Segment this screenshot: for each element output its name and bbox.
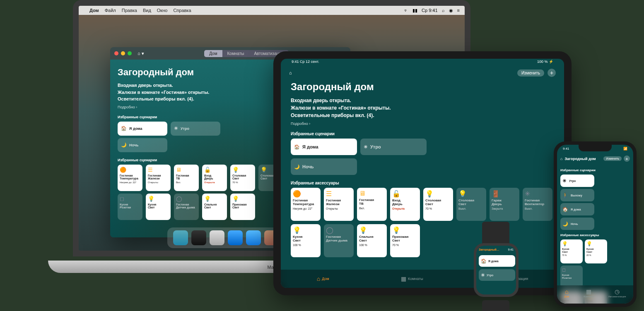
garage-icon: 🚪 [492, 190, 517, 198]
close-traffic-light[interactable] [114, 51, 118, 55]
acc-kitchen-light-20[interactable]: 💡КухняСвет20 % [585, 239, 607, 263]
iphone-tabbar: ⌂Дом ▦Комнаты ◷Автоматизация [557, 285, 633, 304]
scene-leaving[interactable]: 🚶Выхожу [560, 189, 594, 201]
bulb-icon: 💡 [232, 167, 253, 173]
menubar-edit[interactable]: Правка [122, 8, 137, 13]
acc-entry-door[interactable]: 🔓ВходДверьОткрыта [390, 188, 420, 221]
dock-safari[interactable] [228, 230, 243, 245]
dock-finder[interactable] [173, 230, 188, 245]
acc-living-blinds[interactable]: ☰ГостинаяЖалюзиОткрыты [324, 188, 354, 221]
home-scene-icon: 🏠 [121, 126, 127, 131]
ipad-statusbar: 9:41 Ср 12 сент. 100 % ⚡ [281, 59, 564, 67]
acc-bedroom-light[interactable]: 💡СпальняСвет100 % [357, 224, 387, 257]
home-scene-icon: 🏠 [481, 258, 487, 264]
outlet-icon: ◻ [562, 267, 581, 273]
dock-mail[interactable] [246, 230, 261, 245]
battery-icon[interactable]: ▮▮ [412, 8, 417, 13]
home-scene-icon: 🏠 [294, 144, 300, 150]
bulb-icon: 💡 [562, 241, 581, 246]
tab-automation[interactable]: ◷Автоматизация [608, 288, 626, 298]
bulb-icon: 💡 [359, 226, 385, 234]
menubar-file[interactable]: Файл [105, 8, 116, 13]
acc-living-blinds[interactable]: ☰ГостинаяЖалюзиОткрыты [146, 165, 171, 191]
menubar-view[interactable]: Вид [143, 8, 151, 13]
menubar-app-name[interactable]: Дом [89, 8, 99, 13]
house-icon: ⌂ [565, 288, 568, 295]
menubar-clock[interactable]: Ср 9:41 [422, 8, 438, 13]
ipad-more-link[interactable]: Подробно › [291, 122, 554, 126]
tab-home[interactable]: ⌂Дом [564, 288, 569, 298]
home-nav-icon[interactable]: ⌂ [560, 157, 562, 161]
thermostat-icon: 🟠 [120, 167, 140, 173]
siri-icon[interactable]: ◉ [449, 8, 453, 13]
acc-living-smoke[interactable]: ◯ГостинаяДатчик дыма [174, 194, 199, 220]
scene-night[interactable]: 🌙Ночь [560, 218, 594, 230]
home-icon-button[interactable]: ⌂ ▾ [137, 51, 144, 56]
iphone-home-title: Загородный дом [564, 157, 601, 161]
grid-icon: ▦ [586, 288, 591, 295]
tv-icon: 🖥 [176, 167, 197, 173]
leave-icon: 🚶 [562, 193, 568, 198]
tab-home[interactable]: ⌂Дом [317, 275, 329, 282]
wifi-icon[interactable]: ᯤ [404, 8, 408, 13]
dock-siri[interactable] [191, 230, 206, 245]
edit-button[interactable]: Изменить [517, 69, 544, 77]
edit-button[interactable]: Изменить [603, 156, 622, 161]
acc-kitchen-light[interactable]: 💡КухняСвет100 % [291, 224, 321, 257]
acc-garage-door[interactable]: 🚪ГаражДверьЗакрыта [490, 188, 519, 221]
scene-i-am-home[interactable]: 🏠Я дома [560, 203, 594, 215]
tab-rooms[interactable]: ▦Комнаты [584, 288, 594, 298]
ipad-status-battery: 100 % ⚡ [537, 60, 553, 67]
add-button[interactable]: + [624, 156, 630, 162]
add-button[interactable]: + [548, 69, 556, 77]
acc-living-temp[interactable]: 🟠ГостинаяТемператураНагрев до: 22° [291, 188, 321, 221]
watch-scene-home[interactable]: 🏠Я дома [479, 255, 515, 267]
tab-home[interactable]: Дом [204, 50, 222, 57]
scene-morning[interactable]: ☀Утро [171, 122, 220, 136]
iphone-time: 9:41 [563, 147, 569, 155]
bulb-icon: 💡 [232, 196, 253, 202]
scene-night[interactable]: 🌙Ночь [291, 158, 357, 175]
scene-i-am-home[interactable]: 🏠Я дома [291, 139, 357, 155]
acc-living-tv[interactable]: 🖥ГостинаяТВВкл. [174, 165, 199, 191]
menu-list-icon[interactable]: ≡ [457, 8, 460, 13]
home-nav-icon[interactable]: ⌂ [289, 70, 292, 75]
outlet-icon: ◻ [120, 196, 140, 202]
acc-dining-light[interactable]: 💡СтоловаяСвет70 % [423, 188, 453, 221]
sun-icon: ☀ [562, 178, 567, 184]
dock-launchpad[interactable] [210, 230, 224, 245]
search-icon[interactable]: ⌕ [442, 8, 445, 13]
tab-rooms[interactable]: ▦Комнаты [401, 275, 423, 282]
acc-dining-light[interactable]: 💡СтоловаяСвет70 % [230, 165, 255, 191]
ipad-section-accessories: Избранные аксессуары [291, 181, 554, 185]
scene-morning[interactable]: ☀Утро [560, 175, 594, 187]
acc-kitchen-light[interactable]: 💡КухняСвет [146, 194, 171, 220]
menubar-help[interactable]: Справка [173, 8, 191, 13]
tab-rooms[interactable]: Комнаты [222, 50, 249, 57]
acc-dining-light-off[interactable]: 💡СтоловаяСветВыкл. [456, 188, 486, 221]
acc-hall-light[interactable]: 💡ПрихожаяСвет [230, 194, 255, 220]
acc-living-tv[interactable]: 🖥ГостинаяТВВкл. [357, 188, 387, 221]
scene-i-am-home[interactable]: 🏠Я дома [118, 122, 167, 136]
menubar-window[interactable]: Окно [157, 8, 168, 13]
acc-hall-light[interactable]: 💡ПрихожаяСвет70 % [390, 224, 420, 257]
acc-living-temp[interactable]: 🟠ГостинаяТемператураНагрев до: 22° [118, 165, 142, 191]
house-icon: ⌂ [317, 275, 320, 282]
ipad-section-scenes: Избранные сценарии [291, 132, 554, 136]
tv-icon: 🖥 [359, 190, 385, 197]
scene-morning[interactable]: ☀Утро [360, 139, 427, 155]
acc-living-fan[interactable]: ✳ГостинаяВентиляторВыкл. [523, 188, 552, 221]
acc-kitchen-light-70[interactable]: 💡КухняСвет70 % [560, 239, 583, 263]
moon-icon: 🌙 [562, 221, 568, 227]
watch-scene-morning[interactable]: ☀Утро [479, 269, 515, 281]
bulb-icon: 💡 [293, 226, 318, 234]
minimize-traffic-light[interactable] [121, 51, 125, 55]
acc-kitchen-outlet[interactable]: ◻КухняРозетки [118, 194, 142, 220]
ipad-status-summary: Входная дверь открыта. Жалюзи в комнате … [291, 97, 554, 119]
acc-bedroom-light[interactable]: 💡СпальняСвет [202, 194, 227, 220]
acc-entry-door[interactable]: 🔓ВходДверьОткрыта [202, 165, 227, 191]
acc-living-smoke[interactable]: ◯ГостинаяДатчик дыма [324, 224, 354, 257]
ipad-home-title: Загородный дом [291, 81, 554, 93]
zoom-traffic-light[interactable] [128, 51, 132, 55]
scene-night[interactable]: 🌙Ночь [118, 138, 167, 152]
